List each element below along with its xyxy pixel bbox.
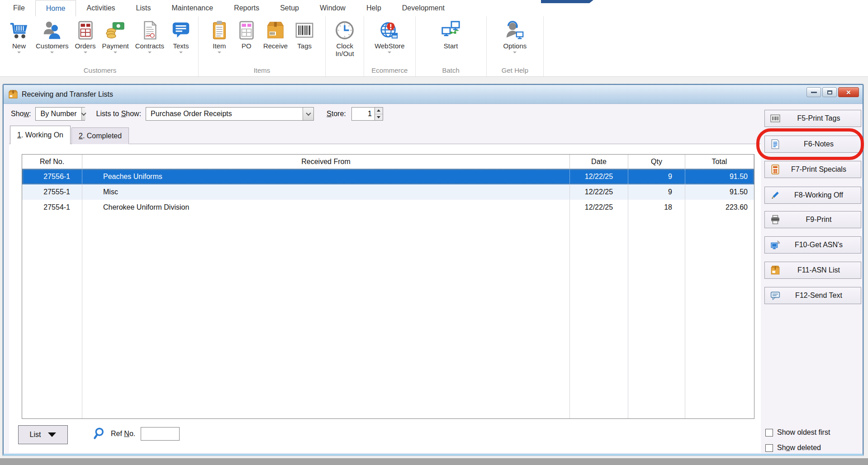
show-label: Show: xyxy=(11,110,31,118)
chevron-down-icon xyxy=(218,52,221,53)
ribbon-group-label xyxy=(329,66,360,76)
ribbon-button-contracts[interactable]: Contracts xyxy=(132,17,167,53)
column-header-total[interactable]: Total xyxy=(685,155,754,169)
table-row[interactable]: 27554-1 Cherokee Uniform Division 12/22/… xyxy=(22,200,754,215)
receiving-window: Receiving and Transfer Lists × Show: By … xyxy=(3,84,863,456)
f11-asn-list-button[interactable]: F11-ASN List xyxy=(764,262,861,279)
f10-get-asns-button[interactable]: F10-Get ASN's xyxy=(764,236,861,254)
f7-print-specials-button[interactable]: F7-Print Specials xyxy=(764,161,861,178)
spinner-up-button[interactable] xyxy=(375,108,383,114)
ribbon-button-po[interactable]: PO xyxy=(233,17,260,50)
f6-notes-button[interactable]: F6-Notes xyxy=(764,136,861,153)
chevron-down-icon xyxy=(148,52,152,53)
close-icon: × xyxy=(846,89,851,96)
lists-to-show-dropdown[interactable]: Purchase Order Receipts xyxy=(146,107,314,121)
background-window-edge xyxy=(541,0,593,3)
ribbon-button-label: Orders xyxy=(75,42,96,50)
column-header-ref-no[interactable]: Ref No. xyxy=(22,155,82,169)
ribbon-button-tags[interactable]: Tags xyxy=(291,17,318,50)
clipboard-icon xyxy=(209,19,230,42)
column-header-qty[interactable]: Qty xyxy=(628,155,685,169)
menu-activities[interactable]: Activities xyxy=(76,0,125,16)
show-oldest-first-checkbox[interactable]: Show oldest first xyxy=(765,428,830,437)
box-small-icon xyxy=(769,265,781,275)
cell-qty: 18 xyxy=(628,200,685,215)
table-row[interactable]: 27556-1 Peaches Uniforms 12/22/25 9 91.5… xyxy=(22,169,754,184)
minimize-icon xyxy=(811,92,817,93)
store-input[interactable] xyxy=(351,107,375,121)
cell-qty: 9 xyxy=(628,184,685,200)
ribbon-button-options[interactable]: Options xyxy=(500,17,530,53)
menu-maintenance[interactable]: Maintenance xyxy=(161,0,224,16)
f12-send-text-button[interactable]: F12-Send Text xyxy=(764,287,861,304)
cell-qty: 9 xyxy=(628,169,685,184)
column-header-received-from[interactable]: Received From xyxy=(82,155,570,169)
store-label: Store: xyxy=(327,110,346,118)
ribbon-button-label: Payment xyxy=(102,42,129,50)
menu-setup[interactable]: Setup xyxy=(270,0,309,16)
ribbon-button-new[interactable]: New xyxy=(5,17,33,53)
table-empty-area xyxy=(22,215,754,418)
ribbon-button-texts[interactable]: Texts xyxy=(167,17,194,53)
chevron-down-icon xyxy=(50,52,54,53)
menu-development[interactable]: Development xyxy=(392,0,455,16)
tab-working-on[interactable]: 1. Working On xyxy=(10,126,71,144)
ribbon-group-label: Batch xyxy=(437,66,465,76)
ribbon-group-get-help: Options Get Help xyxy=(487,16,544,76)
ribbon-button-label: Contracts xyxy=(135,42,164,50)
ribbon-button-receive[interactable]: Receive xyxy=(260,17,291,50)
ribbon-button-label: Clock In/Out xyxy=(332,42,357,57)
ribbon-button-label: Options xyxy=(503,42,527,50)
window-title: Receiving and Transfer Lists xyxy=(22,90,113,99)
ribbon-button-label: New xyxy=(12,42,26,50)
f5-print-tags-button[interactable]: F5-Print Tags xyxy=(764,110,861,127)
f8-working-off-button[interactable]: F8-Working Off xyxy=(764,187,861,204)
cart-icon xyxy=(9,19,29,42)
spinner-down-button[interactable] xyxy=(375,114,383,121)
chevron-down-icon xyxy=(17,52,21,53)
window-title-bar[interactable]: Receiving and Transfer Lists × xyxy=(4,85,863,104)
table-row[interactable]: 27555-1 Misc 12/22/25 9 91.50 xyxy=(22,184,754,200)
column-header-date[interactable]: Date xyxy=(570,155,628,169)
cell-ref-no: 27556-1 xyxy=(22,169,82,184)
ribbon-group-label: Customers xyxy=(5,66,194,76)
package-icon xyxy=(265,19,286,42)
menu-home[interactable]: Home xyxy=(35,0,76,16)
ribbon-button-webstore[interactable]: WebStore xyxy=(371,17,408,53)
ribbon-button-label: Receive xyxy=(263,42,288,50)
clock-icon xyxy=(334,19,355,42)
ribbon-button-item[interactable]: Item xyxy=(206,17,233,53)
menu-lists[interactable]: Lists xyxy=(126,0,161,16)
ref-no-input[interactable] xyxy=(141,427,180,441)
menu-help[interactable]: Help xyxy=(356,0,392,16)
lists-dropdown-value: Purchase Order Receipts xyxy=(146,110,237,118)
ribbon-button-clock-in-out[interactable]: Clock In/Out xyxy=(329,17,360,57)
search-icon xyxy=(93,427,107,441)
ribbon-button-customers[interactable]: Customers xyxy=(33,17,72,53)
maximize-button[interactable] xyxy=(822,87,837,97)
tab-completed[interactable]: 2. Completed xyxy=(71,127,129,144)
menu-window[interactable]: Window xyxy=(309,0,356,16)
show-dropdown[interactable]: By Number xyxy=(35,107,85,121)
list-menu-button[interactable]: List xyxy=(18,425,68,444)
ribbon-button-orders[interactable]: Orders xyxy=(72,17,99,53)
cell-received-from: Peaches Uniforms xyxy=(82,169,570,184)
close-button[interactable]: × xyxy=(838,87,859,97)
speech-bubble-icon xyxy=(171,19,191,42)
ribbon-button-label: Tags xyxy=(297,42,312,50)
maximize-icon xyxy=(827,90,832,94)
list-tabs: 1. Working On 2. Completed xyxy=(10,126,130,144)
menu-bar: File Home Activities Lists Maintenance R… xyxy=(0,0,868,16)
chevron-down-icon xyxy=(179,52,183,53)
minimize-button[interactable] xyxy=(806,87,821,97)
store-spinner xyxy=(351,107,383,121)
ribbon-group-label: Ecommerce xyxy=(371,66,408,76)
menu-reports[interactable]: Reports xyxy=(223,0,270,16)
f9-print-button[interactable]: F9-Print xyxy=(764,211,861,228)
show-deleted-checkbox[interactable]: Show deleted xyxy=(765,444,821,452)
menu-file[interactable]: File xyxy=(3,0,35,16)
ribbon-button-payment[interactable]: Payment xyxy=(99,17,132,53)
ribbon-button-start[interactable]: Start xyxy=(437,17,465,50)
cell-total: 223.60 xyxy=(685,200,754,215)
filter-controls: Show: By Number Lists to Show: Purchase … xyxy=(4,104,863,124)
